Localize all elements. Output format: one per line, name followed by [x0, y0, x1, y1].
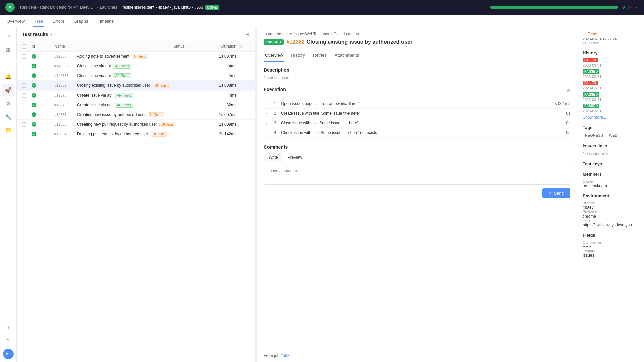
select-all-checkbox[interactable] — [22, 44, 26, 49]
detail-tab-history[interactable]: History — [290, 49, 306, 62]
expand-icon[interactable]: › — [264, 120, 269, 126]
detail-tab-retries[interactable]: Retries — [312, 49, 328, 62]
tags-title: Tags — [583, 125, 639, 130]
table-row[interactable]: ✓ #12384 Deleting pull request by author… — [17, 129, 255, 139]
user-avatar[interactable]: ML — [3, 349, 14, 359]
row-checkbox[interactable] — [22, 103, 26, 107]
table-row[interactable]: ✓ #12382 Closing existing issue by autho… — [17, 81, 255, 90]
sidebar-icon-tools[interactable]: 🔧 — [2, 111, 14, 123]
breadcrumb-launches[interactable]: Launches — [100, 5, 117, 10]
row-checkbox[interactable] — [22, 132, 26, 136]
topbar: A Resident - standard demo for Mr. Baev … — [0, 0, 644, 15]
sidebar-icon-files[interactable]: 📁 — [2, 124, 14, 136]
col-name-header[interactable]: Name — [54, 44, 171, 49]
status-indicator: ✓ — [32, 64, 36, 68]
breadcrumb-project[interactable]: Resident - standard demo for Mr. Baev D. — [20, 5, 94, 10]
row-checkbox[interactable] — [22, 122, 26, 127]
menu-icon[interactable]: ⋮ — [635, 5, 639, 10]
sidebar-icon-list[interactable]: ≡ — [2, 57, 14, 69]
history-item: PASSED 2023-03-31 — [583, 104, 639, 113]
table-row[interactable]: ✓ #12380 Adding note to advertisement UI… — [17, 52, 255, 61]
step-name: Create issue with title 'Some issue titl… — [281, 111, 547, 116]
row-checkbox[interactable] — [22, 64, 26, 68]
step-duration: 1s 001ms — [550, 101, 570, 106]
row-duration: 1s 008ms — [203, 83, 236, 88]
comment-tab-write[interactable]: Write — [264, 153, 283, 162]
fields-title: Fields — [583, 233, 639, 238]
tag-section: UI Tests 2023-03-31 17:21:24 1s 008ms — [583, 32, 639, 45]
table-row[interactable]: ✓ #12383 Creating new pull request by au… — [17, 120, 255, 129]
copy-id-icon[interactable]: ⧉ — [356, 32, 359, 36]
sidebar-icon-help[interactable]: ? — [2, 335, 14, 347]
description-section: Description No description — [264, 67, 570, 80]
history-items: FAILED 2023-03-31 PASSED 2023-03-31 FAIL… — [583, 58, 639, 113]
sidebar-icon-home[interactable]: ⌂ — [2, 30, 14, 42]
tab-errors[interactable]: Errors — [51, 16, 65, 27]
chevron-down-icon[interactable]: ▾ — [50, 32, 52, 37]
history-title: History — [583, 50, 639, 55]
table-row[interactable]: ✓ #12378 Create issue via api API Tests … — [17, 100, 255, 110]
copy-icon[interactable]: ⧉ — [239, 44, 242, 49]
history-item: FAILED 2023-03-31 — [583, 81, 639, 90]
from-job: From job #553 — [257, 349, 577, 362]
send-button[interactable]: ✓ Send — [542, 188, 570, 198]
step-num: 1 — [272, 101, 278, 106]
tab-tree[interactable]: Tree — [33, 16, 44, 27]
sidebar-icon-gear[interactable]: ⚙ — [2, 97, 14, 109]
row-name: Creating new pull request by authorized … — [77, 122, 200, 127]
table-row[interactable]: ✓ #140863 Close issue via api API Tests … — [17, 71, 255, 81]
sidebar-icon-add[interactable]: ＋ — [2, 322, 14, 334]
history-item: PASSED 2023-03-31 — [583, 92, 639, 102]
col-id-header[interactable]: Id — [32, 44, 52, 49]
row-id: #12378 — [54, 93, 74, 97]
table-row[interactable]: ✓ #12378 Create issue via api API Tests … — [17, 90, 255, 100]
row-checkbox[interactable] — [22, 113, 26, 117]
expand-icon[interactable]: › — [264, 101, 269, 106]
expand-icon[interactable]: › — [264, 130, 269, 135]
status-indicator: ✓ — [32, 112, 36, 117]
comment-input[interactable] — [264, 165, 570, 185]
col-duration-header[interactable]: Duration — [203, 44, 236, 49]
execution-actions-icon[interactable]: ⧉ — [567, 88, 570, 93]
comments-section: Comments Write Preview ✓ Send — [264, 144, 570, 198]
right-sidebar: UI Tests 2023-03-31 17:21:24 1s 008ms Hi… — [577, 27, 644, 362]
row-tag: UI Tests — [148, 112, 164, 117]
tab-timeline[interactable]: Timeline — [96, 16, 115, 27]
col-status-header[interactable]: Status — [173, 44, 200, 49]
exec-step: › 3 Close issue with title 'Some issue t… — [264, 118, 570, 128]
row-checkbox[interactable] — [22, 54, 26, 59]
tab-graphs[interactable]: Graphs — [72, 16, 90, 27]
confluence-value: AE-8 — [583, 244, 639, 249]
detail-title-row: PASSED #12382Closing existing issue by a… — [264, 39, 570, 45]
from-job-link[interactable]: #553 — [281, 353, 290, 358]
execution-header: Execution ⧉ — [264, 87, 570, 95]
detail-tab-overview[interactable]: Overview — [264, 49, 284, 62]
history-date: 2023-03-31 — [583, 109, 639, 113]
fields-section: Fields Confluence: AE-8 Feature: Issues — [583, 233, 639, 258]
step-name: Close issue with title 'Some issue title… — [281, 121, 547, 125]
members-section: Members Owner: eroshenkoam — [583, 172, 639, 188]
tags-section: Tags REGRESSWEB — [583, 125, 639, 138]
expand-icon[interactable]: › — [264, 111, 269, 116]
row-name: Closing existing issue by authorized use… — [77, 83, 200, 88]
row-checkbox[interactable] — [22, 74, 26, 78]
sidebar-icon-bell[interactable]: 🔔 — [2, 70, 14, 82]
passed-badge-sm: PASSED — [583, 69, 599, 74]
comment-tab-preview[interactable]: Preview — [283, 153, 307, 162]
sidebar-icon-launches[interactable]: 🚀 — [2, 84, 14, 96]
main-content: ⌂ ▦ ≡ 🔔 🚀 ⚙ 🔧 📁 ＋ ? ML Test results ▾ ⊟ … — [0, 27, 644, 362]
status-indicator: ✓ — [32, 83, 36, 88]
filter-icon[interactable]: ⊟ — [245, 32, 249, 37]
table-row[interactable]: ✓ #140863 Close issue via api API Tests … — [17, 61, 255, 71]
history-date: 2023-03-31 — [583, 98, 639, 102]
tab-overview[interactable]: Overview — [5, 16, 26, 27]
detail-tab-attachments[interactable]: Attachments — [333, 49, 360, 62]
history-item: PASSED 2023-03-31 — [583, 69, 639, 79]
show-more-button[interactable]: Show more... — [583, 115, 639, 120]
row-checkbox[interactable] — [22, 93, 26, 98]
progress-bar — [490, 6, 618, 9]
row-checkbox[interactable] — [22, 83, 26, 88]
play-icon[interactable]: ▷ — [628, 5, 631, 10]
table-row[interactable]: ✓ #12381 Creating new issue by authorize… — [17, 110, 255, 120]
sidebar-icon-dashboard[interactable]: ▦ — [2, 44, 14, 56]
